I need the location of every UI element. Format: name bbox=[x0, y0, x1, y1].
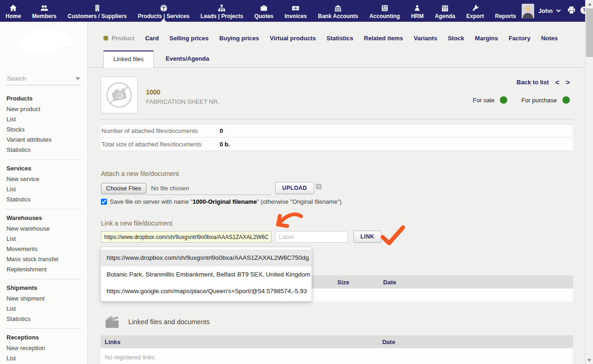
nav-item-members[interactable]: Members bbox=[26, 0, 62, 22]
tab-linked-files[interactable]: Linked files bbox=[103, 50, 154, 68]
sidebar-section-shipments[interactable]: Shipments bbox=[6, 284, 88, 291]
scroll-up-arrow[interactable] bbox=[586, 0, 593, 8]
file-stats-table: Number of attached files/documents 0 Tot… bbox=[101, 124, 573, 151]
sidebar-item-mass-stock-transfer[interactable]: Mass stock transfer bbox=[6, 254, 88, 264]
members-icon bbox=[40, 4, 49, 12]
sidebar-item-warehouses-list[interactable]: List bbox=[6, 234, 88, 244]
tab-statistics[interactable]: Statistics bbox=[327, 35, 353, 42]
divider bbox=[6, 328, 81, 329]
sidebar-item-products-statistics[interactable]: Statistics bbox=[6, 145, 88, 155]
sidebar-item-new-service[interactable]: New service bbox=[6, 174, 88, 184]
calendar-icon bbox=[441, 4, 449, 12]
nav-item-export[interactable]: Export bbox=[461, 0, 490, 22]
column-links[interactable]: Links bbox=[105, 339, 120, 345]
link-section-title: Link a new file/document bbox=[101, 220, 172, 227]
sidebar-section-receptions[interactable]: Receptions bbox=[6, 334, 88, 341]
sidebar-item-new-warehouse[interactable]: New warehouse bbox=[6, 224, 88, 234]
back-to-list-row: Back to list < > bbox=[517, 79, 570, 86]
sidebar-item-receptions-list[interactable]: List bbox=[6, 353, 88, 364]
sidebar-item-services-list[interactable]: List bbox=[6, 184, 88, 195]
link-url-input[interactable] bbox=[101, 231, 271, 243]
sidebar-item-variant-attributes[interactable]: Variant attributes bbox=[6, 135, 88, 145]
nav-item-quotes[interactable]: Quotes bbox=[249, 0, 279, 22]
nav-item-reports[interactable]: Reports bbox=[490, 0, 522, 22]
home-icon bbox=[9, 4, 17, 12]
link-button[interactable]: LINK bbox=[353, 231, 381, 243]
nav-item-accounting[interactable]: $ Accounting bbox=[364, 0, 405, 22]
column-date[interactable]: Date bbox=[383, 279, 396, 286]
vertical-scrollbar[interactable] bbox=[585, 0, 593, 364]
for-sale-label: For sale bbox=[473, 97, 494, 104]
sidebar-item-new-shipment[interactable]: New shipment bbox=[6, 294, 88, 304]
sidebar-search bbox=[6, 74, 81, 85]
nav-item-customers-suppliers[interactable]: Customers / Suppliers bbox=[62, 0, 132, 22]
user-name[interactable]: John bbox=[538, 7, 553, 14]
tab-variants[interactable]: Variants bbox=[414, 35, 437, 42]
link-label-input[interactable] bbox=[275, 231, 348, 243]
column-size[interactable]: Size bbox=[337, 279, 349, 286]
tab-factory[interactable]: Factory bbox=[509, 35, 530, 42]
sidebar-item-products-list[interactable]: List bbox=[6, 114, 88, 125]
tab-selling-prices[interactable]: Selling prices bbox=[170, 35, 209, 42]
tab-margins[interactable]: Margins bbox=[475, 35, 498, 42]
sidebar-item-services-statistics[interactable]: Statistics bbox=[6, 195, 88, 205]
upload-help-icon[interactable]: ? bbox=[316, 184, 322, 189]
sidebar-item-shipments-list[interactable]: List bbox=[6, 304, 88, 314]
sidebar-item-stocks[interactable]: Stocks bbox=[6, 125, 88, 135]
links-table-header: Links Date bbox=[101, 335, 573, 348]
tab-buying-prices[interactable]: Buying prices bbox=[219, 35, 259, 42]
product-photo-placeholder[interactable] bbox=[101, 76, 138, 113]
prev-record-arrow[interactable]: < bbox=[555, 79, 559, 86]
bank-icon bbox=[334, 4, 342, 12]
sidebar-item-movements[interactable]: Movements bbox=[6, 244, 88, 254]
autocomplete-suggestion[interactable]: Botanic Park, Stranmillis Embankment, Be… bbox=[101, 266, 311, 283]
print-icon[interactable] bbox=[567, 6, 576, 16]
user-avatar[interactable] bbox=[522, 4, 534, 19]
nav-item-leads-projects[interactable]: Leads | Projects bbox=[195, 0, 249, 22]
nav-item-hrm[interactable]: HRM bbox=[405, 0, 429, 22]
tab-notes[interactable]: Notes bbox=[541, 35, 558, 42]
nav-item-label: Customers / Suppliers bbox=[68, 13, 126, 19]
stat-value: 0 bbox=[220, 127, 223, 134]
sidebar-item-replenishment[interactable]: Replenishment bbox=[6, 264, 88, 275]
tab-product[interactable]: Product bbox=[103, 35, 134, 42]
search-caret-icon[interactable] bbox=[76, 77, 80, 80]
tab-related-items[interactable]: Related items bbox=[364, 35, 404, 42]
tab-stock[interactable]: Stock bbox=[448, 35, 464, 42]
chevron-down-icon[interactable] bbox=[556, 8, 561, 13]
divider bbox=[6, 159, 81, 160]
scroll-down-arrow[interactable] bbox=[587, 359, 591, 362]
autocomplete-suggestion[interactable]: https://www.google.com/maps/place/Queen'… bbox=[101, 283, 311, 300]
sidebar-item-shipments-statistics[interactable]: Statistics bbox=[6, 314, 88, 324]
tab-events-agenda[interactable]: Events/Agenda bbox=[165, 50, 210, 67]
nav-item-bank-accounts[interactable]: Bank Accounts bbox=[312, 0, 364, 22]
logo-placeholder bbox=[0, 22, 88, 70]
save-filename-label: Save file on server with name "1000-Orig… bbox=[110, 198, 341, 205]
nav-item-invoices[interactable]: 0 Invoices bbox=[279, 0, 312, 22]
secondary-tabs: Linked files Events/Agenda bbox=[88, 50, 585, 68]
nav-item-label: HRM bbox=[411, 13, 423, 19]
tab-virtual-products[interactable]: Virtual products bbox=[270, 35, 315, 42]
sidebar-section-services[interactable]: Services bbox=[6, 165, 88, 172]
save-filename-checkbox[interactable] bbox=[101, 199, 107, 205]
sidebar-item-new-reception[interactable]: New reception bbox=[6, 343, 88, 353]
search-input[interactable] bbox=[7, 75, 67, 82]
column-date[interactable]: Date bbox=[382, 339, 395, 345]
divider bbox=[6, 279, 81, 279]
sidebar-section-products[interactable]: Products bbox=[6, 95, 88, 102]
nav-item-products-services[interactable]: Products | Services bbox=[132, 0, 195, 22]
sidebar-item-new-product[interactable]: New product bbox=[6, 104, 88, 114]
nav-item-agenda[interactable]: Agenda bbox=[429, 0, 461, 22]
nav-item-label: Bank Accounts bbox=[318, 13, 358, 19]
next-record-arrow[interactable]: > bbox=[566, 79, 570, 86]
autocomplete-suggestion[interactable]: https://www.dropbox.com/sh/9uxgsntrl9o0b… bbox=[101, 250, 311, 266]
scrollbar-thumb[interactable] bbox=[586, 8, 593, 57]
upload-button[interactable]: UPLOAD bbox=[275, 182, 314, 194]
back-to-list-link[interactable]: Back to list bbox=[517, 79, 549, 86]
divider bbox=[6, 209, 81, 209]
tab-card[interactable]: Card bbox=[145, 35, 159, 42]
sidebar-section-warehouses[interactable]: Warehouses bbox=[6, 214, 88, 221]
nav-item-home[interactable]: Home bbox=[0, 0, 26, 22]
nav-item-label: Agenda bbox=[435, 13, 455, 19]
choose-files-button[interactable]: Choose Files bbox=[101, 183, 146, 194]
